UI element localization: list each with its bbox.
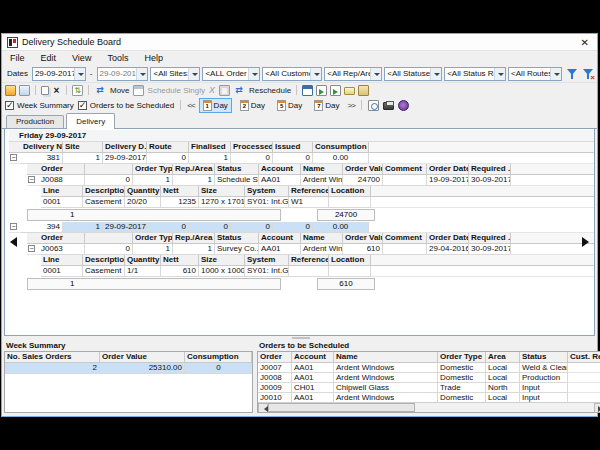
schedule-singly-button[interactable]: Schedule Singly	[148, 86, 205, 95]
edit-schedule-icon[interactable]	[19, 85, 30, 96]
col-delivery-no[interactable]: Delivery No.	[21, 142, 63, 153]
col-size[interactable]: Size	[199, 186, 245, 197]
horizontal-splitter[interactable]	[2, 336, 597, 340]
apply-filter-icon[interactable]	[566, 68, 578, 80]
collapse-icon[interactable]: −	[10, 223, 17, 230]
reschedule-icon[interactable]: ⇄	[233, 85, 245, 96]
move-in-icon[interactable]	[316, 85, 327, 96]
scroll-left-icon[interactable]	[258, 403, 268, 413]
col-area[interactable]: Area	[486, 352, 520, 363]
scroll-left-arrow[interactable]	[5, 237, 17, 247]
tab-delivery[interactable]: Delivery	[66, 113, 115, 129]
col-name[interactable]: Name	[334, 352, 438, 363]
group-date-header[interactable]: Friday 29-09-2017	[9, 130, 594, 142]
menu-edit[interactable]: Edit	[33, 53, 65, 63]
col-site[interactable]: Site	[63, 142, 103, 153]
order-list-row[interactable]: J0009 CH01 Chipwell Glass Trade North In…	[258, 383, 600, 393]
menu-tools[interactable]: Tools	[99, 53, 136, 63]
col-order-value[interactable]: Order Value	[343, 164, 383, 175]
exit-icon[interactable]	[398, 100, 409, 111]
delivery-row-selected[interactable]: − 394 1 29-09-2017 0 0 0 0 0.00	[9, 222, 594, 233]
day-5-button[interactable]: 5Day	[273, 98, 306, 113]
menu-view[interactable]: View	[64, 53, 99, 63]
col-cust-ref[interactable]: Cust. Re	[568, 352, 600, 363]
delivery-row[interactable]: − 381 1 29-09-2017 0 1 0 0 0.00	[9, 153, 594, 164]
week-summary-row[interactable]: 2 25310.00 0	[5, 363, 252, 374]
col-rep-area[interactable]: Rep./Area	[173, 164, 215, 175]
copy-icon[interactable]	[41, 86, 49, 95]
properties-icon[interactable]	[358, 85, 369, 96]
order-list-row[interactable]: J0008 AA01 Ardent Windows Domestic Local…	[258, 373, 600, 383]
order-row[interactable]: − J0063 0 1 1 Survey Co... AA01 Ardent W…	[27, 244, 594, 255]
order-type-combo[interactable]: <ALL Order Typ	[202, 67, 260, 81]
chevron-down-icon[interactable]	[248, 68, 259, 80]
scroll-right-icon[interactable]	[594, 403, 600, 413]
collapse-icon[interactable]: −	[28, 176, 35, 183]
menu-file[interactable]: File	[2, 53, 33, 63]
chevron-down-icon[interactable]	[550, 68, 561, 80]
close-button[interactable]: ✕	[578, 37, 592, 48]
orders-to-be-scheduled-checkbox[interactable]: Orders to be Scheduled	[78, 101, 175, 110]
chevron-down-icon[interactable]	[430, 68, 441, 80]
col-nett[interactable]: Nett	[161, 186, 199, 197]
email-icon[interactable]	[344, 87, 355, 95]
cut-icon[interactable]: X	[208, 85, 216, 96]
refresh-icon[interactable]: ⇅	[72, 85, 83, 96]
move-icon[interactable]: ⇄	[94, 85, 106, 96]
date-from-combo[interactable]: 29-09-2017	[32, 67, 86, 81]
new-schedule-icon[interactable]	[5, 85, 16, 96]
order-list-row[interactable]: J0007 AA01 Ardent Windows Domestic Local…	[258, 363, 600, 373]
day-1-button[interactable]: 1Day	[199, 98, 232, 113]
chevron-down-icon[interactable]	[74, 68, 85, 80]
line-row[interactable]: 0001 Casement F... 1/1 610 1000 x 1000 S…	[41, 266, 594, 277]
col-system[interactable]: System	[245, 186, 289, 197]
order-row[interactable]: − J0088 0 1 1 Schedule S... AA01 Ardent …	[27, 175, 594, 186]
col-status[interactable]: Status	[520, 352, 568, 363]
tab-production[interactable]: Production	[6, 115, 64, 128]
move-out-icon[interactable]	[330, 85, 341, 96]
day-7-button[interactable]: 7Day	[310, 98, 343, 113]
date-to-combo[interactable]: 29-09-2017	[97, 67, 149, 81]
customers-combo[interactable]: <All Customers>	[262, 67, 322, 81]
rep-area-combo[interactable]: <All Rep/Area>	[324, 67, 382, 81]
scroll-right-arrow[interactable]	[582, 237, 594, 247]
next-day-button[interactable]: >>	[348, 101, 355, 110]
col-name[interactable]: Name	[301, 164, 343, 175]
splitter-grip-icon[interactable]	[292, 337, 310, 339]
col-line[interactable]: Line	[41, 186, 83, 197]
print-preview-icon[interactable]	[368, 100, 379, 111]
col-processed[interactable]: Processed	[231, 142, 273, 153]
chevron-down-icon[interactable]	[370, 68, 381, 80]
chevron-down-icon[interactable]	[310, 68, 321, 80]
line-row[interactable]: 0001 Casement T... 20/20 1235 1270 x 170…	[41, 197, 594, 208]
col-location[interactable]: Location	[329, 186, 371, 197]
horizontal-scrollbar[interactable]	[258, 402, 600, 412]
col-comment[interactable]: Comment	[383, 164, 427, 175]
col-consumption[interactable]: Consumption	[313, 142, 369, 153]
col-status[interactable]: Status	[215, 164, 259, 175]
chevron-down-icon[interactable]	[136, 68, 147, 80]
col-order[interactable]: Order	[39, 164, 85, 175]
scrollbar-thumb[interactable]	[268, 403, 415, 412]
col-order-type[interactable]: Order Type	[133, 164, 173, 175]
reschedule-button[interactable]: Reschedule	[249, 86, 291, 95]
chevron-down-icon[interactable]	[494, 68, 505, 80]
statuses-combo[interactable]: <All Statuses>	[384, 67, 442, 81]
col-route[interactable]: Route	[147, 142, 189, 153]
col-account[interactable]: Account	[259, 164, 301, 175]
schedule-singly-icon[interactable]	[133, 85, 144, 96]
col-quantity[interactable]: Quantity	[125, 186, 161, 197]
col-consumption[interactable]: Consumption	[185, 352, 252, 363]
board-view-icon[interactable]	[302, 85, 313, 96]
week-summary-checkbox[interactable]: Week Summary	[5, 101, 74, 110]
col-order[interactable]: Order	[258, 352, 292, 363]
sites-combo[interactable]: <All Sites>	[150, 67, 200, 81]
prev-day-button[interactable]: <<	[187, 101, 194, 110]
col-order-date[interactable]: Order Date	[427, 164, 469, 175]
checkbox-checked-icon[interactable]	[78, 101, 87, 110]
clear-filter-icon[interactable]: ×	[582, 68, 594, 80]
col-reference[interactable]: Reference	[289, 186, 329, 197]
collapse-icon[interactable]: −	[10, 154, 17, 161]
day-2-button[interactable]: 2Day	[236, 98, 269, 113]
col-finalised[interactable]: Finalised	[189, 142, 231, 153]
